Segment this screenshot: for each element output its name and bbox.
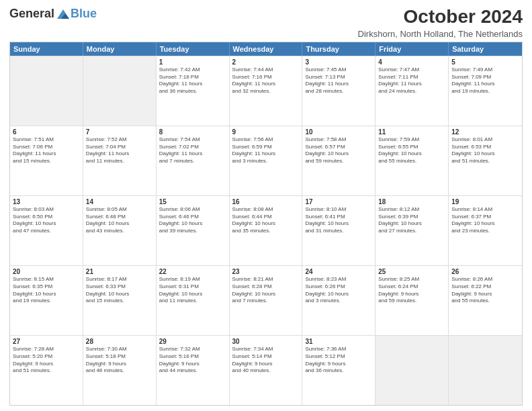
cal-cell-r2-c1: 14Sunrise: 8:05 AM Sunset: 6:48 PM Dayli… <box>83 196 157 265</box>
logo: General Blue <box>9 7 97 21</box>
day-number: 29 <box>159 338 226 345</box>
header-saturday: Saturday <box>449 42 522 56</box>
day-number: 16 <box>232 198 300 205</box>
cal-cell-r0-c4: 3Sunrise: 7:45 AM Sunset: 7:13 PM Daylig… <box>302 56 375 126</box>
cal-cell-r3-c3: 23Sunrise: 8:21 AM Sunset: 6:28 PM Dayli… <box>230 266 303 335</box>
day-number: 3 <box>305 58 372 66</box>
cal-cell-r3-c2: 22Sunrise: 8:19 AM Sunset: 6:31 PM Dayli… <box>157 266 230 335</box>
cell-details: Sunrise: 7:32 AM Sunset: 5:16 PM Dayligh… <box>159 346 226 375</box>
cal-cell-r0-c3: 2Sunrise: 7:44 AM Sunset: 7:16 PM Daylig… <box>230 56 303 126</box>
cal-cell-r4-c4: 31Sunrise: 7:36 AM Sunset: 5:12 PM Dayli… <box>302 336 375 405</box>
cell-details: Sunrise: 7:36 AM Sunset: 5:12 PM Dayligh… <box>305 346 372 375</box>
calendar-row-4: 20Sunrise: 8:15 AM Sunset: 6:35 PM Dayli… <box>10 265 522 335</box>
cell-details: Sunrise: 8:19 AM Sunset: 6:31 PM Dayligh… <box>159 276 226 305</box>
day-number: 23 <box>232 268 300 275</box>
day-number: 15 <box>159 198 226 205</box>
header-tuesday: Tuesday <box>157 42 230 56</box>
cal-cell-r1-c6: 12Sunrise: 8:01 AM Sunset: 6:53 PM Dayli… <box>449 126 522 195</box>
cal-cell-r1-c1: 7Sunrise: 7:52 AM Sunset: 7:04 PM Daylig… <box>83 126 157 195</box>
day-number: 9 <box>232 128 300 136</box>
cal-cell-r2-c0: 13Sunrise: 8:03 AM Sunset: 6:50 PM Dayli… <box>10 196 83 265</box>
cal-cell-r2-c6: 19Sunrise: 8:14 AM Sunset: 6:37 PM Dayli… <box>449 196 522 265</box>
month-title: October 2024 <box>358 7 523 28</box>
cell-details: Sunrise: 7:34 AM Sunset: 5:14 PM Dayligh… <box>232 346 300 375</box>
header-wednesday: Wednesday <box>230 42 303 56</box>
cell-details: Sunrise: 8:14 AM Sunset: 6:37 PM Dayligh… <box>451 206 519 235</box>
cal-cell-r4-c2: 29Sunrise: 7:32 AM Sunset: 5:16 PM Dayli… <box>157 336 230 405</box>
cal-cell-r0-c5: 4Sunrise: 7:47 AM Sunset: 7:11 PM Daylig… <box>375 56 449 126</box>
day-number: 21 <box>86 268 153 275</box>
cal-cell-r1-c3: 9Sunrise: 7:56 AM Sunset: 6:59 PM Daylig… <box>230 126 303 195</box>
day-number: 14 <box>86 198 153 205</box>
cell-details: Sunrise: 7:45 AM Sunset: 7:13 PM Dayligh… <box>305 66 372 95</box>
cal-cell-r0-c6: 5Sunrise: 7:49 AM Sunset: 7:09 PM Daylig… <box>449 56 522 126</box>
day-number: 25 <box>378 268 445 275</box>
calendar-row-3: 13Sunrise: 8:03 AM Sunset: 6:50 PM Dayli… <box>10 195 522 265</box>
day-number: 22 <box>159 268 226 275</box>
cell-details: Sunrise: 8:17 AM Sunset: 6:33 PM Dayligh… <box>86 276 153 305</box>
cal-cell-r1-c5: 11Sunrise: 7:59 AM Sunset: 6:55 PM Dayli… <box>375 126 449 195</box>
cal-cell-r0-c1 <box>83 56 157 126</box>
cell-details: Sunrise: 8:21 AM Sunset: 6:28 PM Dayligh… <box>232 276 300 305</box>
day-number: 30 <box>232 338 300 345</box>
cell-details: Sunrise: 8:08 AM Sunset: 6:44 PM Dayligh… <box>232 206 300 235</box>
cell-details: Sunrise: 8:10 AM Sunset: 6:41 PM Dayligh… <box>305 206 372 235</box>
cal-cell-r2-c3: 16Sunrise: 8:08 AM Sunset: 6:44 PM Dayli… <box>230 196 303 265</box>
cell-details: Sunrise: 8:12 AM Sunset: 6:39 PM Dayligh… <box>378 206 445 235</box>
cell-details: Sunrise: 8:23 AM Sunset: 6:26 PM Dayligh… <box>305 276 372 305</box>
header-sunday: Sunday <box>10 42 83 56</box>
logo-blue-text: Blue <box>71 7 97 21</box>
day-number: 10 <box>305 128 372 136</box>
day-number: 8 <box>159 128 226 136</box>
cell-details: Sunrise: 7:58 AM Sunset: 6:57 PM Dayligh… <box>305 136 372 165</box>
cal-cell-r0-c2: 1Sunrise: 7:42 AM Sunset: 7:18 PM Daylig… <box>157 56 230 126</box>
cal-cell-r3-c1: 21Sunrise: 8:17 AM Sunset: 6:33 PM Dayli… <box>83 266 157 335</box>
cal-cell-r1-c4: 10Sunrise: 7:58 AM Sunset: 6:57 PM Dayli… <box>302 126 375 195</box>
calendar-row-1: 1Sunrise: 7:42 AM Sunset: 7:18 PM Daylig… <box>10 56 522 126</box>
cell-details: Sunrise: 7:47 AM Sunset: 7:11 PM Dayligh… <box>378 66 445 95</box>
cell-details: Sunrise: 7:51 AM Sunset: 7:06 PM Dayligh… <box>13 136 80 165</box>
cal-cell-r3-c6: 26Sunrise: 8:26 AM Sunset: 6:22 PM Dayli… <box>449 266 522 335</box>
cal-cell-r3-c4: 24Sunrise: 8:23 AM Sunset: 6:26 PM Dayli… <box>302 266 375 335</box>
calendar: Sunday Monday Tuesday Wednesday Thursday… <box>9 42 523 406</box>
calendar-header: Sunday Monday Tuesday Wednesday Thursday… <box>10 42 522 56</box>
day-number: 6 <box>13 128 80 136</box>
header: General Blue October 2024 Dirkshorn, Nor… <box>9 7 523 39</box>
cell-details: Sunrise: 8:26 AM Sunset: 6:22 PM Dayligh… <box>451 276 519 305</box>
cal-cell-r4-c0: 27Sunrise: 7:28 AM Sunset: 5:20 PM Dayli… <box>10 336 83 405</box>
header-monday: Monday <box>83 42 157 56</box>
cal-cell-r1-c2: 8Sunrise: 7:54 AM Sunset: 7:02 PM Daylig… <box>157 126 230 195</box>
day-number: 27 <box>13 338 80 345</box>
cell-details: Sunrise: 7:59 AM Sunset: 6:55 PM Dayligh… <box>378 136 445 165</box>
cell-details: Sunrise: 7:44 AM Sunset: 7:16 PM Dayligh… <box>232 66 300 95</box>
logo-area: General Blue <box>9 7 97 21</box>
page: General Blue October 2024 Dirkshorn, Nor… <box>0 0 532 411</box>
cell-details: Sunrise: 8:01 AM Sunset: 6:53 PM Dayligh… <box>451 136 519 165</box>
day-number: 20 <box>13 268 80 275</box>
cell-details: Sunrise: 7:42 AM Sunset: 7:18 PM Dayligh… <box>159 66 226 95</box>
day-number: 12 <box>451 128 519 136</box>
day-number: 19 <box>451 198 519 205</box>
cell-details: Sunrise: 7:28 AM Sunset: 5:20 PM Dayligh… <box>13 346 80 375</box>
cell-details: Sunrise: 7:30 AM Sunset: 5:18 PM Dayligh… <box>86 346 153 375</box>
header-thursday: Thursday <box>302 42 375 56</box>
cal-cell-r4-c1: 28Sunrise: 7:30 AM Sunset: 5:18 PM Dayli… <box>83 336 157 405</box>
day-number: 24 <box>305 268 372 275</box>
day-number: 11 <box>378 128 445 136</box>
title-area: October 2024 Dirkshorn, North Holland, T… <box>358 7 523 39</box>
logo-general-text: General <box>9 7 54 21</box>
day-number: 1 <box>159 58 226 66</box>
cell-details: Sunrise: 7:54 AM Sunset: 7:02 PM Dayligh… <box>159 136 226 165</box>
cal-cell-r4-c5 <box>375 336 449 405</box>
cell-details: Sunrise: 8:05 AM Sunset: 6:48 PM Dayligh… <box>86 206 153 235</box>
cell-details: Sunrise: 8:03 AM Sunset: 6:50 PM Dayligh… <box>13 206 80 235</box>
day-number: 5 <box>451 58 519 66</box>
day-number: 2 <box>232 58 300 66</box>
day-number: 31 <box>305 338 372 345</box>
cal-cell-r3-c0: 20Sunrise: 8:15 AM Sunset: 6:35 PM Dayli… <box>10 266 83 335</box>
cell-details: Sunrise: 8:06 AM Sunset: 6:46 PM Dayligh… <box>159 206 226 235</box>
day-number: 26 <box>451 268 519 275</box>
cell-details: Sunrise: 8:15 AM Sunset: 6:35 PM Dayligh… <box>13 276 80 305</box>
cell-details: Sunrise: 7:52 AM Sunset: 7:04 PM Dayligh… <box>86 136 153 165</box>
cell-details: Sunrise: 8:25 AM Sunset: 6:24 PM Dayligh… <box>378 276 445 305</box>
